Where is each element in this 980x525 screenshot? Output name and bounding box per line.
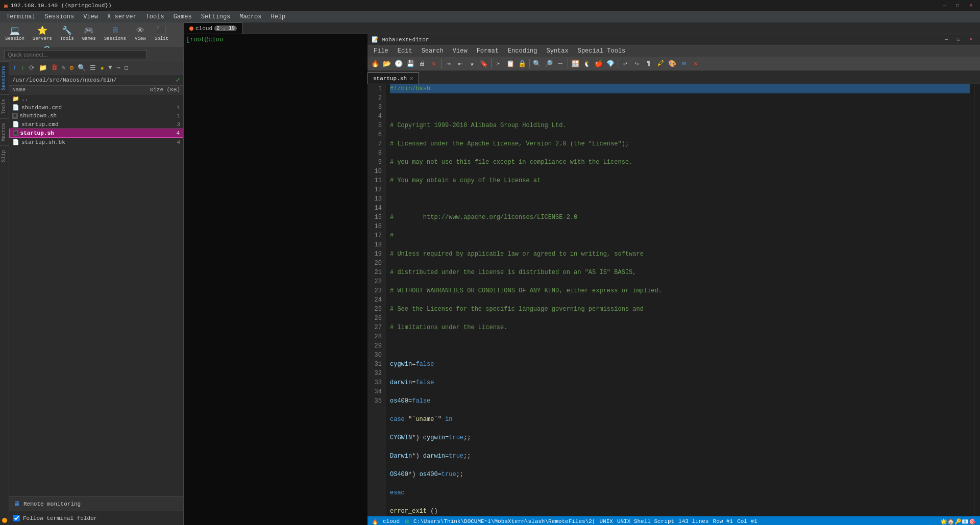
fb-upload-btn[interactable]: ↑ (11, 63, 18, 72)
menu-special-tools[interactable]: Special Tools (574, 46, 630, 56)
ed-btn-print[interactable]: 🖨 (416, 58, 428, 69)
minimize-button[interactable]: — (939, 2, 949, 9)
menu-view[interactable]: View (79, 12, 102, 21)
status-col[interactable]: Col #1 (737, 518, 757, 524)
ed-btn-win[interactable]: 🪟 (570, 58, 581, 69)
editor-section: 📝 MobaTextEditor — □ × File Edit Search … (368, 34, 980, 525)
vtab-macros[interactable]: Macros (0, 118, 9, 145)
menu-edit[interactable]: Edit (394, 46, 416, 56)
follow-terminal-checkbox[interactable] (13, 515, 20, 521)
ed-btn-save[interactable]: 💾 (405, 58, 416, 69)
tab-startup-sh[interactable]: startup.sh ✕ (368, 72, 419, 84)
ed-btn-indent-r[interactable]: ⇥ (443, 58, 454, 69)
code-editor[interactable]: 12345 678910 1112131415 1617181920 21222… (368, 84, 980, 516)
fb-view-btn[interactable]: ☰ (88, 63, 97, 72)
tools-button[interactable]: 🔧 Tools (57, 24, 77, 42)
games-button[interactable]: 🎮 Games (79, 24, 99, 42)
menu-search[interactable]: Search (418, 46, 448, 56)
close-button[interactable]: × (966, 2, 976, 9)
servers-button[interactable]: ⭐ Servers (30, 24, 55, 42)
code-line-20: CYGWIN*) cygwin=true;; (390, 433, 970, 442)
status-server[interactable]: cloud (383, 518, 400, 524)
status-language[interactable]: UNIX Shell Script (617, 518, 674, 524)
ed-btn-penguin[interactable]: 🐧 (581, 58, 593, 69)
menu-view-ed[interactable]: View (449, 46, 472, 56)
terminal-tab-1[interactable]: cloud 2 . 19 (184, 22, 242, 34)
fb-more-btn[interactable]: ▼ (107, 63, 114, 72)
ed-btn-fire[interactable]: 🔥 (370, 58, 381, 69)
status-lines[interactable]: 143 lines (678, 518, 708, 524)
menu-encoding[interactable]: Encoding (504, 46, 542, 56)
ed-btn-lock[interactable]: 🔒 (517, 58, 528, 69)
file-item-parent[interactable]: 📁 .. (9, 94, 183, 103)
ed-btn-cut[interactable]: ✂ (493, 58, 504, 69)
menu-sessions[interactable]: Sessions (41, 12, 79, 21)
fb-rename-btn[interactable]: ✎ (60, 63, 67, 72)
fb-refresh-btn[interactable]: ⟳ (28, 63, 36, 72)
ed-btn-undo[interactable]: ↩ (620, 58, 631, 69)
ed-btn-star[interactable]: ★ (467, 58, 478, 69)
editor-scrollbar[interactable] (974, 84, 980, 516)
ed-btn-x-red[interactable]: ✕ (690, 58, 701, 69)
file-item-shutdown-cmd[interactable]: 📄 shutdown.cmd 1 (9, 103, 183, 112)
editor-close[interactable]: × (966, 36, 976, 43)
menu-file[interactable]: File (370, 46, 393, 56)
fb-download-btn[interactable]: ↓ (19, 63, 27, 72)
ed-btn-search-plus[interactable]: 🔍 (531, 58, 543, 69)
split-button[interactable]: ⬛ Split (152, 24, 172, 42)
ed-btn-indent-l[interactable]: ⇤ (455, 58, 466, 69)
ed-btn-doc[interactable]: 📋 (505, 58, 516, 69)
session-button[interactable]: 💻 Session (2, 24, 28, 42)
ed-btn-redo[interactable]: ↪ (631, 58, 643, 69)
editor-minimize[interactable]: — (941, 36, 951, 43)
fb-extra-btn[interactable]: ◻ (123, 63, 130, 72)
menu-xserver[interactable]: X server (103, 12, 141, 21)
sessions-button[interactable]: 🖥 Sessions (101, 25, 129, 42)
file-item-shutdown-sh[interactable]: ■ shutdown.sh 1 (9, 112, 183, 120)
menu-help[interactable]: Help (267, 12, 290, 21)
file-item-startup-sh[interactable]: ■ startup.sh 4 (9, 129, 183, 138)
menu-format[interactable]: Format (473, 46, 503, 56)
menu-settings[interactable]: Settings (197, 12, 235, 21)
code-content[interactable]: #!/bin/bash # Copyright 1999-2018 Alibab… (386, 84, 974, 516)
menu-games[interactable]: Games (169, 12, 196, 21)
quick-connect-input[interactable] (4, 50, 147, 59)
terminal-content[interactable]: [root@clou (184, 34, 368, 525)
ed-btn-replace[interactable]: ↔ (555, 58, 566, 69)
menu-syntax[interactable]: Syntax (542, 46, 572, 56)
ed-btn-color[interactable]: 🎨 (667, 58, 678, 69)
editor-maximize[interactable]: □ (953, 36, 964, 43)
ed-btn-bookmark[interactable]: 🔖 (478, 58, 489, 69)
status-row[interactable]: Row #1 (713, 518, 733, 524)
vtab-sessions[interactable]: Sessions (0, 61, 9, 94)
menu-tools[interactable]: Tools (142, 12, 168, 21)
menu-macros[interactable]: Macros (235, 12, 265, 21)
fb-shell-btn[interactable]: ⚙ (68, 63, 75, 72)
maximize-button[interactable]: □ (952, 2, 963, 9)
menu-terminal[interactable]: Terminal (2, 12, 40, 21)
tools-label: Tools (60, 36, 74, 41)
ed-btn-gem[interactable]: 💎 (605, 58, 616, 69)
ed-btn-recent[interactable]: 🕐 (393, 58, 404, 69)
ed-btn-para[interactable]: ¶ (643, 58, 654, 69)
ed-btn-highlight[interactable]: 🖍 (655, 58, 666, 69)
file-item-startup-cmd[interactable]: 📄 startup.cmd 3 (9, 120, 183, 129)
ed-btn-apple[interactable]: 🍎 (593, 58, 604, 69)
vtab-tools[interactable]: Tools (0, 94, 9, 118)
status-encoding[interactable]: UNIX (599, 518, 612, 524)
ed-btn-close-x[interactable]: ✕ (428, 58, 439, 69)
tab-close-startup-sh[interactable]: ✕ (410, 75, 413, 82)
ed-btn-search-box[interactable]: 🔎 (543, 58, 554, 69)
ed-btn-open[interactable]: 📂 (381, 58, 393, 69)
fb-find-btn[interactable]: 🔍 (76, 63, 87, 72)
view-button[interactable]: 👁 View (131, 25, 150, 42)
file-icon-shutdown-sh: ■ (12, 113, 18, 119)
fb-star-btn[interactable]: ★ (99, 63, 106, 72)
status-path[interactable]: C:\Users\Think\DOCUME~1\MobaXterm\slash\… (413, 518, 595, 524)
file-item-startup-sh-bk[interactable]: 📄 startup.sh.bk 4 (9, 138, 183, 146)
fb-delete-btn[interactable]: 🗑 (50, 63, 59, 72)
ed-btn-code[interactable]: ⌨ (678, 58, 690, 69)
fb-newfolder-btn[interactable]: 📁 (37, 63, 48, 72)
vtab-slip[interactable]: Slip (0, 145, 9, 166)
fb-settings-btn[interactable]: ⋯ (115, 63, 122, 72)
